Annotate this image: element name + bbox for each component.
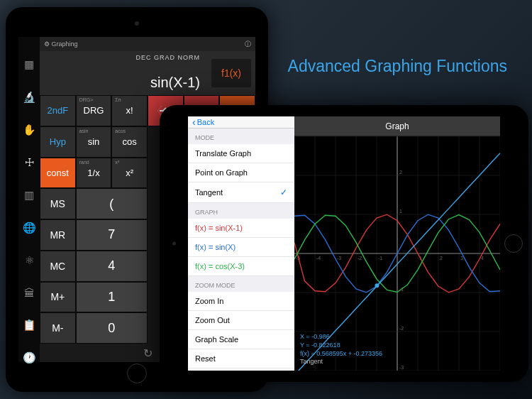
calc-display: DEC GRAD NORM sin(X-1) f1(x) xyxy=(40,51,255,95)
home-button[interactable] xyxy=(504,234,523,253)
gear-icon[interactable]: ⚙ xyxy=(44,40,50,48)
key-inverse[interactable]: rand1/x xyxy=(76,158,112,189)
sidebar-globe-icon[interactable]: 🌐 xyxy=(23,222,36,234)
chevron-left-icon[interactable]: ‹ xyxy=(192,116,196,128)
ipad-graph: ‹ Back MODE Translate Graph Point on Gra… xyxy=(160,105,528,382)
svg-text:1: 1 xyxy=(399,209,402,214)
svg-point-34 xyxy=(375,283,379,288)
key-ms[interactable]: MS xyxy=(40,188,76,219)
mode-point[interactable]: Point on Graph xyxy=(188,163,294,182)
key-0[interactable]: 0 xyxy=(76,312,148,344)
key-mr[interactable]: MR xyxy=(40,219,76,251)
key-mminus[interactable]: M- xyxy=(40,312,76,344)
sidebar-graph-icon[interactable]: ☩ xyxy=(25,156,34,169)
key-drg[interactable]: DRG>DRG xyxy=(76,95,112,126)
section-mode: MODE xyxy=(188,129,294,144)
svg-text:-2: -2 xyxy=(358,256,362,261)
sidebar-hand-icon[interactable]: ✋ xyxy=(23,124,36,136)
zoom-scale[interactable]: Graph Scale xyxy=(188,330,294,349)
calc-titlebar: ⚙ Graphing ⓘ xyxy=(40,37,255,51)
sidebar-clock-icon[interactable]: 🕐 xyxy=(23,351,36,364)
check-icon: ✓ xyxy=(280,187,287,197)
readout-y: Y = -0.822618 xyxy=(300,341,382,350)
key-lparen[interactable]: ( xyxy=(76,188,148,219)
sidebar-calculator-icon[interactable]: ▦ xyxy=(24,58,34,71)
svg-text:-4: -4 xyxy=(316,256,321,261)
key-const[interactable]: const xyxy=(40,158,76,189)
zoom-out[interactable]: Zoom Out xyxy=(188,311,294,330)
sidebar-clipboard-icon[interactable]: 📋 xyxy=(23,319,36,332)
key-mc[interactable]: MC xyxy=(40,251,76,282)
readout-ft: f(x) = 0.568595x + -0.273356 xyxy=(300,350,382,359)
home-button[interactable] xyxy=(127,364,147,383)
key-mplus[interactable]: M+ xyxy=(40,282,76,313)
key-factorial[interactable]: Σnx! xyxy=(111,95,148,126)
zoom-in[interactable]: Zoom In xyxy=(188,292,294,311)
key-7[interactable]: 7 xyxy=(76,219,148,251)
key-sin[interactable]: asinsin xyxy=(76,126,112,158)
calc-title: Graphing xyxy=(52,40,78,48)
key-cos[interactable]: acoscos xyxy=(111,126,148,158)
section-zoom: ZOOM MODE xyxy=(188,276,294,292)
svg-text:-3: -3 xyxy=(399,365,404,370)
zoom-reset[interactable]: Reset xyxy=(188,349,294,368)
svg-text:-1: -1 xyxy=(378,256,382,261)
svg-text:2: 2 xyxy=(399,170,402,175)
graph-panel: Graph -5-4-3-2-112345-3-2-1123 X = -0.98… xyxy=(294,116,500,371)
svg-text:2: 2 xyxy=(440,256,443,261)
graph-f3[interactable]: f(x) = cos(X-3) xyxy=(188,257,294,276)
back-button[interactable]: Back xyxy=(197,118,214,126)
section-graph: GRAPH xyxy=(188,203,294,219)
mode-tangent[interactable]: Tangent✓ xyxy=(188,182,294,203)
app-sidebar: ▦ 🔬 ✋ ☩ ▥ 🌐 ⚛ 🏛 📋 🕐 xyxy=(18,37,40,362)
graph-f1[interactable]: f(x) = sin(X-1) xyxy=(188,219,294,238)
camera-dot xyxy=(172,242,176,246)
menu-navbar: ‹ Back xyxy=(188,116,294,129)
camera-dot xyxy=(135,21,139,26)
graph-title: Graph xyxy=(385,121,409,131)
key-square[interactable]: x³x² xyxy=(111,158,148,189)
readout-label: Tangent xyxy=(300,358,382,366)
svg-text:-3: -3 xyxy=(337,256,341,261)
readout-x: X = -0.986 xyxy=(300,333,382,341)
info-icon[interactable]: ⓘ xyxy=(245,40,251,49)
mode-translate[interactable]: Translate Graph xyxy=(188,144,294,163)
key-1[interactable]: 1 xyxy=(76,282,148,313)
svg-text:-2: -2 xyxy=(399,326,404,331)
graph-navbar: Graph xyxy=(294,116,500,136)
key-hyp[interactable]: Hyp xyxy=(40,126,76,158)
zoom-center[interactable]: Center on Graph xyxy=(188,368,294,371)
graph-menu: ‹ Back MODE Translate Graph Point on Gra… xyxy=(188,116,294,371)
sidebar-ruler-icon[interactable]: ▥ xyxy=(24,189,34,202)
expression-display: sin(X-1) xyxy=(150,75,200,91)
sidebar-bank-icon[interactable]: 🏛 xyxy=(24,287,35,299)
refresh-icon[interactable]: ↻ xyxy=(143,346,153,360)
key-4[interactable]: 4 xyxy=(76,251,148,282)
graph-f2[interactable]: f(x) = sin(X) xyxy=(188,238,294,257)
mode-indicator: DEC GRAD NORM xyxy=(135,54,200,61)
key-2ndf[interactable]: 2ndF xyxy=(40,95,76,126)
sidebar-microscope-icon[interactable]: 🔬 xyxy=(23,91,36,104)
graph-readout: X = -0.986 Y = -0.822618 f(x) = 0.568595… xyxy=(300,333,382,366)
svg-text:3: 3 xyxy=(460,256,463,261)
fx-button[interactable]: f1(x) xyxy=(211,59,251,87)
hero-title: Advanced Graphing Functions xyxy=(288,57,507,76)
sidebar-atom-icon[interactable]: ⚛ xyxy=(25,254,34,267)
